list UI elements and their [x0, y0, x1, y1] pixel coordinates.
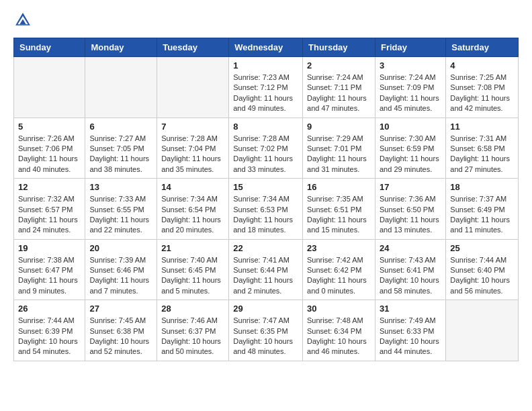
day-info: Sunrise: 7:41 AM Sunset: 6:44 PM Dayligh…	[233, 255, 298, 297]
day-number: 15	[233, 182, 298, 192]
day-number: 8	[233, 122, 298, 132]
day-number: 29	[233, 304, 298, 314]
calendar-week-3: 12Sunrise: 7:32 AM Sunset: 6:57 PM Dayli…	[14, 179, 519, 240]
day-info: Sunrise: 7:44 AM Sunset: 6:39 PM Dayligh…	[18, 316, 81, 357]
calendar-cell: 10Sunrise: 7:30 AM Sunset: 6:59 PM Dayli…	[375, 118, 445, 179]
day-info: Sunrise: 7:23 AM Sunset: 7:12 PM Dayligh…	[233, 73, 298, 114]
day-info: Sunrise: 7:28 AM Sunset: 7:02 PM Dayligh…	[233, 134, 298, 175]
calendar-cell: 7Sunrise: 7:28 AM Sunset: 7:04 PM Daylig…	[157, 118, 229, 179]
calendar-cell	[446, 300, 519, 361]
day-info: Sunrise: 7:43 AM Sunset: 6:41 PM Dayligh…	[380, 255, 441, 297]
day-info: Sunrise: 7:31 AM Sunset: 6:58 PM Dayligh…	[450, 134, 514, 175]
day-info: Sunrise: 7:49 AM Sunset: 6:33 PM Dayligh…	[380, 316, 441, 357]
day-number: 12	[18, 182, 81, 192]
calendar-cell: 28Sunrise: 7:46 AM Sunset: 6:37 PM Dayli…	[157, 300, 229, 361]
day-number: 20	[89, 243, 152, 253]
calendar-week-5: 26Sunrise: 7:44 AM Sunset: 6:39 PM Dayli…	[14, 300, 519, 361]
day-number: 31	[380, 304, 441, 314]
day-info: Sunrise: 7:24 AM Sunset: 7:09 PM Dayligh…	[380, 73, 441, 114]
calendar-cell: 4Sunrise: 7:25 AM Sunset: 7:08 PM Daylig…	[446, 57, 519, 118]
day-number: 18	[450, 182, 514, 192]
header	[13, 11, 519, 30]
calendar-cell: 26Sunrise: 7:44 AM Sunset: 6:39 PM Dayli…	[14, 300, 85, 361]
weekday-header-saturday: Saturday	[446, 38, 519, 57]
day-number: 10	[380, 122, 441, 132]
day-info: Sunrise: 7:46 AM Sunset: 6:37 PM Dayligh…	[161, 316, 224, 357]
day-number: 24	[380, 243, 441, 253]
page: SundayMondayTuesdayWednesdayThursdayFrid…	[0, 0, 532, 375]
calendar-cell: 6Sunrise: 7:27 AM Sunset: 7:05 PM Daylig…	[85, 118, 157, 179]
day-info: Sunrise: 7:27 AM Sunset: 7:05 PM Dayligh…	[89, 134, 152, 175]
day-info: Sunrise: 7:26 AM Sunset: 7:06 PM Dayligh…	[18, 134, 81, 175]
calendar-cell: 31Sunrise: 7:49 AM Sunset: 6:33 PM Dayli…	[375, 300, 445, 361]
day-number: 13	[89, 182, 152, 192]
calendar-cell: 13Sunrise: 7:33 AM Sunset: 6:55 PM Dayli…	[85, 179, 157, 240]
day-info: Sunrise: 7:44 AM Sunset: 6:40 PM Dayligh…	[450, 255, 514, 297]
calendar-cell: 5Sunrise: 7:26 AM Sunset: 7:06 PM Daylig…	[14, 118, 85, 179]
weekday-header-friday: Friday	[375, 38, 445, 57]
day-number: 22	[233, 243, 298, 253]
day-number: 14	[161, 182, 224, 192]
day-number: 27	[89, 304, 152, 314]
logo-icon	[13, 11, 32, 30]
day-info: Sunrise: 7:36 AM Sunset: 6:50 PM Dayligh…	[380, 194, 441, 236]
day-info: Sunrise: 7:42 AM Sunset: 6:42 PM Dayligh…	[307, 255, 371, 297]
day-info: Sunrise: 7:47 AM Sunset: 6:35 PM Dayligh…	[233, 316, 298, 357]
calendar-cell	[14, 57, 85, 118]
day-number: 30	[307, 304, 371, 314]
day-info: Sunrise: 7:32 AM Sunset: 6:57 PM Dayligh…	[18, 194, 81, 236]
day-number: 1	[233, 60, 298, 71]
day-number: 19	[18, 243, 81, 253]
day-number: 21	[161, 243, 224, 253]
logo	[13, 11, 34, 30]
weekday-header-thursday: Thursday	[303, 38, 375, 57]
day-info: Sunrise: 7:30 AM Sunset: 6:59 PM Dayligh…	[380, 134, 441, 175]
day-info: Sunrise: 7:39 AM Sunset: 6:46 PM Dayligh…	[89, 255, 152, 297]
weekday-header-monday: Monday	[85, 38, 157, 57]
calendar-cell: 16Sunrise: 7:35 AM Sunset: 6:51 PM Dayli…	[303, 179, 375, 240]
day-number: 3	[380, 60, 441, 71]
calendar-cell: 18Sunrise: 7:37 AM Sunset: 6:49 PM Dayli…	[446, 179, 519, 240]
day-info: Sunrise: 7:38 AM Sunset: 6:47 PM Dayligh…	[18, 255, 81, 297]
calendar-cell: 29Sunrise: 7:47 AM Sunset: 6:35 PM Dayli…	[229, 300, 303, 361]
day-number: 6	[89, 122, 152, 132]
day-number: 23	[307, 243, 371, 253]
day-info: Sunrise: 7:37 AM Sunset: 6:49 PM Dayligh…	[450, 194, 514, 236]
calendar-cell: 27Sunrise: 7:45 AM Sunset: 6:38 PM Dayli…	[85, 300, 157, 361]
day-number: 9	[307, 122, 371, 132]
day-number: 4	[450, 60, 514, 71]
day-number: 25	[450, 243, 514, 253]
day-info: Sunrise: 7:48 AM Sunset: 6:34 PM Dayligh…	[307, 316, 371, 357]
calendar-cell: 15Sunrise: 7:34 AM Sunset: 6:53 PM Dayli…	[229, 179, 303, 240]
day-info: Sunrise: 7:45 AM Sunset: 6:38 PM Dayligh…	[89, 316, 152, 357]
calendar-cell: 21Sunrise: 7:40 AM Sunset: 6:45 PM Dayli…	[157, 239, 229, 300]
calendar-cell: 17Sunrise: 7:36 AM Sunset: 6:50 PM Dayli…	[375, 179, 445, 240]
calendar-cell	[85, 57, 157, 118]
day-number: 11	[450, 122, 514, 132]
calendar-cell: 11Sunrise: 7:31 AM Sunset: 6:58 PM Dayli…	[446, 118, 519, 179]
calendar-cell: 8Sunrise: 7:28 AM Sunset: 7:02 PM Daylig…	[229, 118, 303, 179]
day-info: Sunrise: 7:24 AM Sunset: 7:11 PM Dayligh…	[307, 73, 371, 114]
calendar-cell: 1Sunrise: 7:23 AM Sunset: 7:12 PM Daylig…	[229, 57, 303, 118]
weekday-header-row: SundayMondayTuesdayWednesdayThursdayFrid…	[14, 38, 519, 57]
calendar-cell: 19Sunrise: 7:38 AM Sunset: 6:47 PM Dayli…	[14, 239, 85, 300]
day-number: 2	[307, 60, 371, 71]
day-info: Sunrise: 7:34 AM Sunset: 6:53 PM Dayligh…	[233, 194, 298, 236]
calendar-cell: 25Sunrise: 7:44 AM Sunset: 6:40 PM Dayli…	[446, 239, 519, 300]
day-number: 7	[161, 122, 224, 132]
calendar-cell: 9Sunrise: 7:29 AM Sunset: 7:01 PM Daylig…	[303, 118, 375, 179]
weekday-header-sunday: Sunday	[14, 38, 85, 57]
calendar-table: SundayMondayTuesdayWednesdayThursdayFrid…	[13, 38, 519, 361]
weekday-header-tuesday: Tuesday	[157, 38, 229, 57]
calendar-week-2: 5Sunrise: 7:26 AM Sunset: 7:06 PM Daylig…	[14, 118, 519, 179]
calendar-week-4: 19Sunrise: 7:38 AM Sunset: 6:47 PM Dayli…	[14, 239, 519, 300]
calendar-cell: 22Sunrise: 7:41 AM Sunset: 6:44 PM Dayli…	[229, 239, 303, 300]
calendar-cell: 12Sunrise: 7:32 AM Sunset: 6:57 PM Dayli…	[14, 179, 85, 240]
calendar-cell: 20Sunrise: 7:39 AM Sunset: 6:46 PM Dayli…	[85, 239, 157, 300]
day-number: 16	[307, 182, 371, 192]
day-number: 26	[18, 304, 81, 314]
calendar-cell: 3Sunrise: 7:24 AM Sunset: 7:09 PM Daylig…	[375, 57, 445, 118]
calendar-cell: 23Sunrise: 7:42 AM Sunset: 6:42 PM Dayli…	[303, 239, 375, 300]
day-number: 5	[18, 122, 81, 132]
calendar-week-1: 1Sunrise: 7:23 AM Sunset: 7:12 PM Daylig…	[14, 57, 519, 118]
